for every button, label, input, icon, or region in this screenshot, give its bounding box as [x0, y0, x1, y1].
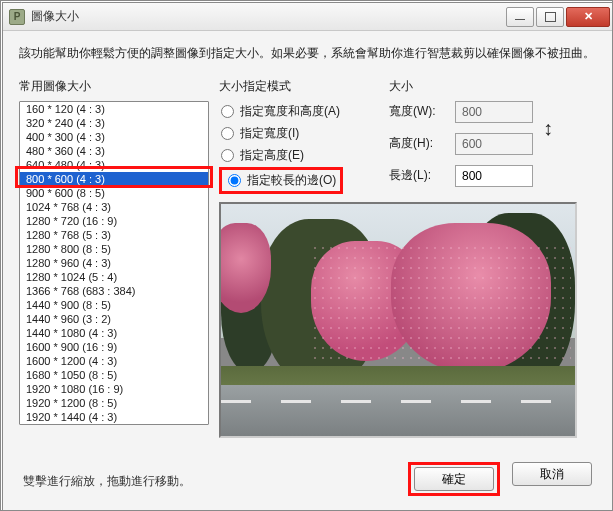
list-item[interactable]: 1920 * 1200 (8 : 5) [20, 396, 208, 410]
maximize-button[interactable] [536, 7, 564, 27]
list-item[interactable]: 400 * 300 (4 : 3) [20, 130, 208, 144]
mode-radio-both-input[interactable] [221, 105, 234, 118]
list-item[interactable]: 1280 * 768 (5 : 3) [20, 228, 208, 242]
dialog-content: 該功能幫助你輕鬆方便的調整圖像到指定大小。如果必要，系統會幫助你進行智慧裁剪以確… [3, 31, 612, 510]
common-sizes-column: 常用圖像大小 160 * 120 (4 : 3)320 * 240 (4 : 3… [19, 78, 209, 438]
list-item[interactable]: 1440 * 1080 (4 : 3) [20, 326, 208, 340]
ok-button[interactable]: 確定 [414, 467, 494, 491]
columns: 常用圖像大小 160 * 120 (4 : 3)320 * 240 (4 : 3… [19, 78, 596, 438]
window-controls [504, 7, 610, 27]
mode-label: 大小指定模式 [219, 78, 389, 95]
app-icon: P [9, 9, 25, 25]
list-item[interactable]: 1440 * 960 (3 : 2) [20, 312, 208, 326]
dialog-frame: P 圖像大小 該功能幫助你輕鬆方便的調整圖像到指定大小。如果必要，系統會幫助你進… [0, 0, 613, 511]
link-aspect-icon[interactable]: ↕ [539, 119, 557, 137]
list-item[interactable]: 1680 * 1050 (8 : 5) [20, 368, 208, 382]
list-item[interactable]: 1280 * 800 (8 : 5) [20, 242, 208, 256]
hint-text: 雙擊進行縮放，拖動進行移動。 [23, 473, 191, 490]
highlight-ok-button: 確定 [408, 462, 500, 496]
list-item[interactable]: 1920 * 1440 (4 : 3) [20, 410, 208, 424]
width-input[interactable] [455, 101, 533, 123]
common-sizes-wrap: 160 * 120 (4 : 3)320 * 240 (4 : 3)400 * … [19, 101, 209, 425]
size-column: 大小 寬度(W): ↕ 高度(H): 長邊(L): [389, 78, 596, 194]
list-item[interactable]: 1440 * 900 (8 : 5) [20, 298, 208, 312]
size-label: 大小 [389, 78, 596, 95]
mode-radio-height[interactable]: 指定高度(E) [219, 145, 389, 167]
minimize-button[interactable] [506, 7, 534, 27]
mode-radio-width[interactable]: 指定寬度(I) [219, 123, 389, 145]
close-button[interactable] [566, 7, 610, 27]
list-item[interactable]: 900 * 600 (8 : 5) [20, 186, 208, 200]
title-bar: P 圖像大小 [3, 3, 612, 31]
preview-image [221, 204, 575, 436]
common-sizes-listbox[interactable]: 160 * 120 (4 : 3)320 * 240 (4 : 3)400 * … [19, 101, 209, 425]
highlight-mode-long: 指定較長的邊(O) [219, 167, 343, 194]
mode-radio-height-input[interactable] [221, 149, 234, 162]
size-grid: 寬度(W): ↕ 高度(H): 長邊(L): [389, 101, 596, 187]
mode-radio-both[interactable]: 指定寬度和高度(A) [219, 101, 389, 123]
list-item[interactable]: 1600 * 1200 (4 : 3) [20, 354, 208, 368]
list-item[interactable]: 1024 * 768 (4 : 3) [20, 200, 208, 214]
mode-radio-long-input[interactable] [228, 174, 241, 187]
common-sizes-label: 常用圖像大小 [19, 78, 209, 95]
long-label: 長邊(L): [389, 167, 449, 184]
mode-radio-width-input[interactable] [221, 127, 234, 140]
mode-radio-height-label: 指定高度(E) [240, 147, 304, 164]
mode-radio-width-label: 指定寬度(I) [240, 125, 299, 142]
long-edge-input[interactable] [455, 165, 533, 187]
height-label: 高度(H): [389, 135, 449, 152]
list-item[interactable]: 1920 * 1080 (16 : 9) [20, 382, 208, 396]
description-text: 該功能幫助你輕鬆方便的調整圖像到指定大小。如果必要，系統會幫助你進行智慧裁剪以確… [19, 45, 596, 62]
list-item[interactable]: 320 * 240 (4 : 3) [20, 116, 208, 130]
list-item[interactable]: 1280 * 1024 (5 : 4) [20, 270, 208, 284]
list-item[interactable]: 800 * 600 (4 : 3) [20, 172, 208, 186]
mode-radio-both-label: 指定寬度和高度(A) [240, 103, 340, 120]
cancel-button[interactable]: 取消 [512, 462, 592, 486]
list-item[interactable]: 2560 * 1600 (8 : 5) [20, 424, 208, 425]
list-item[interactable]: 1366 * 768 (683 : 384) [20, 284, 208, 298]
list-item[interactable]: 480 * 360 (4 : 3) [20, 144, 208, 158]
list-item[interactable]: 1280 * 960 (4 : 3) [20, 256, 208, 270]
button-row: 確定 取消 [408, 462, 592, 496]
list-item[interactable]: 1280 * 720 (16 : 9) [20, 214, 208, 228]
mode-radio-long-label: 指定較長的邊(O) [247, 172, 336, 189]
preview-area[interactable] [219, 202, 577, 438]
image-size-dialog: P 圖像大小 該功能幫助你輕鬆方便的調整圖像到指定大小。如果必要，系統會幫助你進… [2, 2, 613, 511]
list-item[interactable]: 160 * 120 (4 : 3) [20, 102, 208, 116]
window-title: 圖像大小 [31, 8, 504, 25]
mode-column: 大小指定模式 指定寬度和高度(A) 指定寬度(I) [219, 78, 389, 194]
list-item[interactable]: 1600 * 900 (16 : 9) [20, 340, 208, 354]
width-label: 寬度(W): [389, 103, 449, 120]
mode-radio-group: 指定寬度和高度(A) 指定寬度(I) 指定高度(E) [219, 101, 389, 194]
mode-radio-long[interactable]: 指定較長的邊(O) [226, 172, 336, 189]
right-pane: 大小指定模式 指定寬度和高度(A) 指定寬度(I) [219, 78, 596, 438]
list-item[interactable]: 640 * 480 (4 : 3) [20, 158, 208, 172]
height-input[interactable] [455, 133, 533, 155]
